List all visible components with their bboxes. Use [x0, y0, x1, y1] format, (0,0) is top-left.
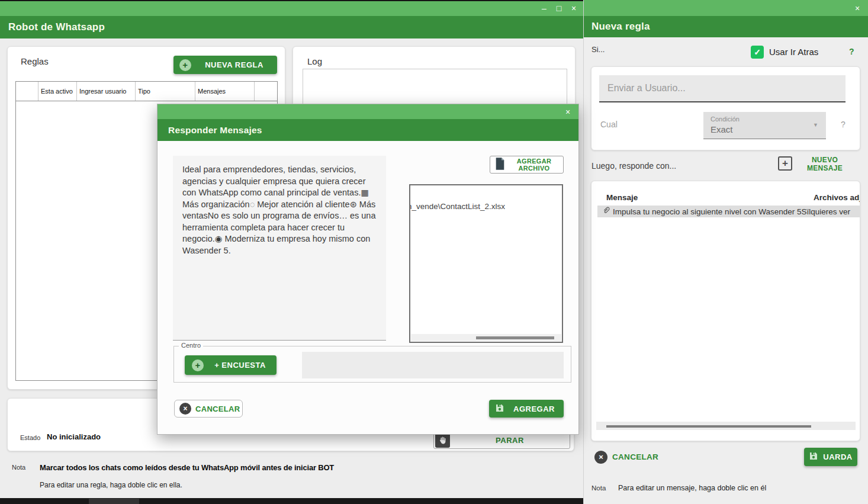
nota-line2: Para editar una regla, haga doble clic e…: [40, 481, 182, 489]
dialog-agregar-label: AGREGAR: [510, 405, 558, 413]
nota-label: Nota: [12, 464, 25, 471]
hand-stop-icon: [435, 433, 450, 448]
plus-square-icon[interactable]: +: [778, 156, 792, 171]
rules-table-header: Esta activo Ingresar usuario Tipo Mensaj…: [16, 82, 277, 101]
panel-nota-label: Nota: [591, 484, 606, 492]
encuesta-button[interactable]: + + ENCUESTA: [185, 355, 277, 375]
usar-ir-atras-label: Usar Ir Atras: [769, 47, 818, 57]
col-mensaje: Mensaje: [606, 193, 638, 202]
file-icon: [495, 158, 505, 172]
desktop: – □ × Robot de Whatsapp Reglas + NUEVA R…: [0, 0, 868, 504]
message-row-text: Impulsa tu negocio al siguiente nivel co…: [613, 207, 850, 216]
panel-title: Nueva regla: [591, 16, 650, 37]
estado-label: Estado: [20, 434, 40, 441]
dialog-cancelar-button[interactable]: × CANCELAR: [174, 400, 243, 418]
main-window-title: Robot de Whatsapp: [8, 16, 105, 38]
col-archivos: Archivos adjuntos: [814, 193, 860, 202]
log-label: Log: [307, 56, 322, 66]
nueva-regla-button[interactable]: + NUEVA REGLA: [173, 56, 277, 74]
taskbar-segment: [89, 499, 139, 504]
file-list[interactable]: n_vende\ContactList_2.xlsx: [409, 184, 563, 343]
nuevo-mensaje-button[interactable]: NUEVO MENSAJE: [802, 156, 848, 172]
dialog-titlebar[interactable]: ×: [157, 104, 578, 119]
file-list-item[interactable]: n_vende\ContactList_2.xlsx: [409, 202, 505, 211]
panel-cancelar-label: CANCELAR: [612, 452, 658, 461]
nota-line1: Marcar todos los chats como leídos desde…: [40, 463, 334, 472]
enviar-usuario-input[interactable]: [599, 75, 846, 102]
col-mensajes: Mensajes: [195, 82, 255, 101]
responder-mensajes-dialog: × Responder Mensajes Ideal para emprende…: [157, 104, 579, 435]
messages-hscrollbar-thumb[interactable]: [606, 425, 811, 428]
panel-titlebar[interactable]: ×: [584, 0, 868, 16]
file-list-hscrollbar-thumb[interactable]: [476, 336, 554, 339]
usar-ir-atras-checkbox[interactable]: ✓: [751, 46, 764, 59]
reglas-label: Reglas: [21, 56, 49, 66]
attachment-icon: [602, 206, 610, 217]
messages-list-card: Mensaje Archivos adjuntos Impulsa tu neg…: [591, 181, 860, 441]
main-titlebar[interactable]: – □ ×: [0, 1, 583, 16]
cual-label: Cual: [600, 120, 618, 129]
usar-help-icon[interactable]: ?: [849, 47, 854, 56]
agregar-archivo-button[interactable]: AGREGAR ARCHIVO: [490, 156, 564, 174]
plus-circle-icon: +: [179, 59, 191, 71]
save-icon: [495, 403, 504, 415]
chevron-down-icon: ▼: [813, 122, 818, 128]
encuesta-label: + ENCUESTA: [204, 361, 277, 370]
dialog-close-icon[interactable]: ×: [562, 106, 574, 118]
nuevo-mensaje-label: NUEVO: [802, 156, 848, 164]
panel-header: Nueva regla: [584, 16, 868, 37]
centro-input[interactable]: [302, 352, 564, 378]
condicion-value: Exact: [711, 124, 733, 134]
guardar-button[interactable]: UARDA: [804, 448, 857, 466]
dialog-header: Responder Mensajes: [157, 119, 578, 141]
maximize-icon[interactable]: □: [553, 2, 565, 14]
plus-circle-icon: +: [192, 359, 204, 371]
centro-legend: Centro: [179, 342, 203, 349]
parar-label: PARAR: [450, 436, 570, 445]
dialog-cancelar-label: CANCELAR: [195, 405, 240, 413]
panel-close-icon[interactable]: ×: [851, 2, 863, 14]
condicion-label: Condición: [711, 115, 740, 123]
centro-group: Centro + + ENCUESTA: [173, 346, 571, 383]
dialog-title: Responder Mensajes: [168, 119, 262, 141]
condicion-help-icon[interactable]: ?: [841, 120, 846, 129]
si-label: Si...: [591, 45, 605, 54]
nuevo-mensaje-label: MENSAJE: [802, 164, 848, 172]
col-activo: Esta activo: [38, 82, 77, 101]
col-empty: [16, 82, 38, 101]
message-row[interactable]: Impulsa tu negocio al siguiente nivel co…: [597, 206, 860, 217]
col-tipo: Tipo: [136, 82, 195, 101]
estado-value: No inicializado: [47, 432, 101, 441]
minimize-icon[interactable]: –: [538, 2, 550, 14]
save-icon: [809, 451, 818, 463]
col-usuario: Ingresar usuario: [77, 82, 136, 101]
nueva-regla-label: NUEVA REGLA: [191, 60, 277, 69]
messages-hscrollbar[interactable]: [596, 422, 856, 430]
nueva-regla-panel: × Nueva regla Si... ✓ Usar Ir Atras ? Cu…: [583, 0, 868, 504]
col-rest: [255, 82, 277, 101]
cancel-x-icon: ×: [179, 403, 191, 415]
panel-cancelar-button[interactable]: × CANCELAR: [594, 448, 658, 466]
taskbar-strip: [0, 498, 583, 504]
dialog-agregar-button[interactable]: AGREGAR: [489, 400, 564, 418]
cancel-x-icon: ×: [594, 451, 607, 464]
condicion-dropdown[interactable]: Condición Exact ▼: [703, 112, 826, 139]
close-icon[interactable]: ×: [568, 2, 580, 14]
agregar-archivo-label: AGREGAR ARCHIVO: [505, 158, 563, 172]
main-header: Robot de Whatsapp: [0, 16, 583, 38]
panel-nota-text: Para editar un mensaje, haga doble clic …: [618, 484, 766, 492]
condition-card: Cual Condición Exact ▼ ?: [591, 66, 860, 150]
message-text-panel[interactable]: Ideal para emprendedores, tiendas, servi…: [173, 156, 386, 341]
guardar-label: UARDA: [823, 452, 853, 461]
file-list-hscrollbar[interactable]: [411, 334, 561, 341]
luego-label: Luego, responde con...: [591, 161, 676, 171]
